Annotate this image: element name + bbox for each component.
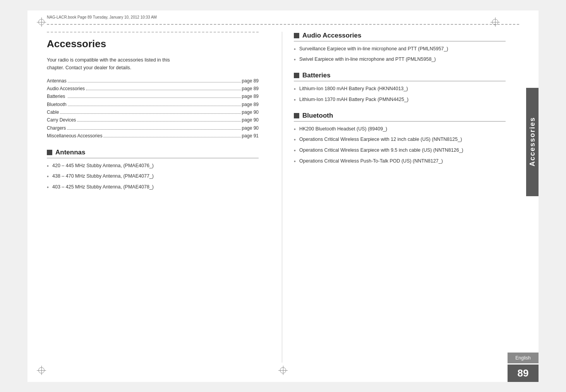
antennas-title: Antennas [55,149,85,156]
toc-list: Antennas page 89 Audio Accessories page … [47,77,259,140]
toc-item-5: Carry Devices page 90 [47,116,259,124]
page-number: 89 [518,367,529,379]
main-title: Accessories [47,38,259,50]
side-tab: Accessories [526,88,539,196]
crosshair-bottom-left [37,366,46,375]
header-bar: NAG-LACR.book Page 89 Tuesday, January 1… [47,15,519,19]
list-item: Lithium-Ion 1800 mAH Battery Pack (HKNN4… [294,85,506,92]
intro-text: Your radio is compatible with the access… [47,56,259,72]
audio-item-1: Swivel Earpiece with in-line microphone … [299,56,436,62]
toc-page-4: page 90 [242,108,259,116]
toc-dots-1 [86,90,241,90]
antenna-item-1: 438 – 470 MHz Stubby Antenna, (PMAE4077_… [52,173,154,179]
bluetooth-item-2: Operations Critical Wireless Earpiece wi… [299,147,463,153]
toc-label-3: Bluetooth [47,101,67,108]
list-item: Operations Critical Wireless Push-To-Tal… [294,157,506,165]
battery-item-0: Lithium-Ion 1800 mAH Battery Pack (HKNN4… [299,86,408,91]
top-dashed-line [47,24,519,25]
language-text: English [515,355,530,361]
list-item: HK200 Bluetooth Headset (US) (89409_) [294,125,506,133]
toc-label-5: Carry Devices [47,116,76,124]
audio-square-icon [294,33,299,38]
toc-item-7: Miscellaneous Accessories page 91 [47,132,259,140]
right-column: Audio Accessories Surveillance Earpiece … [282,32,506,363]
list-item: Lithium-Ion 1370 mAH Battery Pack (PMNN4… [294,96,506,103]
bluetooth-square-icon [294,113,299,118]
toc-label-7: Miscellaneous Accessories [47,132,102,140]
audio-item-0: Surveillance Earpiece with in-line micro… [299,46,448,51]
list-item: Operations Critical Wireless Earpiece wi… [294,136,506,143]
toc-dots-0 [68,82,241,82]
list-item: Swivel Earpiece with in-line microphone … [294,56,506,63]
crosshair-bottom-center [278,366,288,375]
antenna-item-0: 420 – 445 MHz Stubby Antenna, (PMAE4076_… [52,163,154,168]
main-content: Accessories Your radio is compatible wit… [47,32,506,363]
toc-item-1: Audio Accessories page 89 [47,85,259,92]
toc-page-5: page 90 [242,116,259,124]
crosshair-top-left [37,17,46,27]
intro-line1: Your radio is compatible with the access… [47,57,170,63]
antennas-square-icon [47,150,52,155]
side-tab-text: Accessories [528,117,537,166]
toc-item-6: Chargers page 90 [47,124,259,132]
toc-label-6: Chargers [47,124,66,132]
list-item: 420 – 445 MHz Stubby Antenna, (PMAE4076_… [47,162,259,169]
dashed-separator-left [47,32,259,33]
toc-page-7: page 91 [242,132,259,140]
toc-dots-4 [60,113,240,114]
page-inner: NAG-LACR.book Page 89 Tuesday, January 1… [27,10,539,382]
bluetooth-item-1: Operations Critical Wireless Earpiece wi… [299,137,462,142]
language-box: English [508,353,539,363]
toc-dots-6 [67,129,240,130]
list-item: 403 – 425 MHz Stubby Antenna, (PMAE4078_… [47,183,259,191]
list-item: 438 – 470 MHz Stubby Antenna, (PMAE4077_… [47,173,259,180]
audio-header: Audio Accessories [294,32,506,41]
toc-label-2: Batteries [47,92,67,100]
batteries-square-icon [294,73,299,78]
intro-line2: chapter. Contact your dealer for details… [47,65,131,70]
bluetooth-list: HK200 Bluetooth Headset (US) (89409_) Op… [294,125,506,165]
bluetooth-item-0: HK200 Bluetooth Headset (US) (89409_) [299,126,387,132]
batteries-title: Batteries [302,72,331,79]
toc-dots-2 [68,98,241,98]
batteries-header: Batteries [294,72,506,81]
toc-label-0: Antennas [47,77,67,85]
toc-item-3: Bluetooth page 89 [47,101,259,108]
toc-page-0: page 89 [242,77,259,85]
bluetooth-title: Bluetooth [302,112,333,120]
toc-item-2: Batteries page 89 [47,92,259,100]
left-column: Accessories Your radio is compatible wit… [47,32,266,363]
toc-item-4: Cable page 90 [47,108,259,116]
bluetooth-header: Bluetooth [294,112,506,122]
antenna-item-2: 403 – 425 MHz Stubby Antenna, (PMAE4078_… [52,184,154,190]
antennas-list: 420 – 445 MHz Stubby Antenna, (PMAE4076_… [47,162,259,191]
toc-page-3: page 89 [242,101,259,108]
toc-label-4: Cable [47,108,59,116]
toc-label-1: Audio Accessories [47,85,85,92]
audio-list: Surveillance Earpiece with in-line micro… [294,45,506,63]
crosshair-top-right [491,17,500,27]
toc-page-2: page 89 [242,92,259,100]
list-item: Operations Critical Wireless Earpiece wi… [294,147,506,154]
batteries-list: Lithium-Ion 1800 mAH Battery Pack (HKNN4… [294,85,506,103]
battery-item-1: Lithium-Ion 1370 mAH Battery Pack (PMNN4… [299,97,408,102]
header-text: NAG-LACR.book Page 89 Tuesday, January 1… [47,15,157,19]
page-number-box: 89 [508,365,539,382]
toc-page-6: page 90 [242,124,259,132]
toc-item-0: Antennas page 89 [47,77,259,85]
toc-page-1: page 89 [242,85,259,92]
antennas-header: Antennas [47,149,259,158]
bluetooth-item-3: Operations Critical Wireless Push-To-Tal… [299,158,443,164]
toc-dots-5 [77,121,240,122]
toc-dots-7 [103,137,240,137]
audio-title: Audio Accessories [302,32,361,39]
page-outer: NAG-LACR.book Page 89 Tuesday, January 1… [0,0,566,392]
toc-dots-3 [68,106,241,106]
list-item: Surveillance Earpiece with in-line micro… [294,45,506,53]
